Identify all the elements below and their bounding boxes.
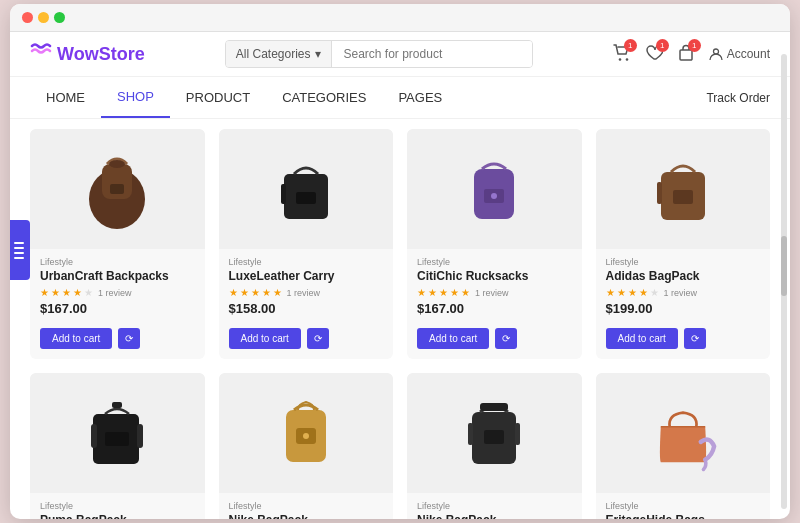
star-2: ★ [51,287,60,298]
bag-button[interactable]: 1 [677,44,695,65]
product-name: LuxeLeather Carry [229,269,384,283]
wishlist-badge: 1 [656,39,669,52]
dec-line [14,247,24,249]
product-image [30,373,205,493]
product-image [219,129,394,249]
product-image [219,373,394,493]
site-nav: HOME SHOP PRODUCT CATEGORIES PAGES Track… [10,77,790,119]
account-button[interactable]: Account [709,47,770,61]
compare-button[interactable]: ⟳ [684,328,706,349]
svg-point-24 [303,433,309,439]
svg-rect-29 [515,423,520,445]
product-image [407,373,582,493]
track-order-link[interactable]: Track Order [706,91,770,105]
nav-categories[interactable]: CATEGORIES [266,78,382,117]
product-info: Lifestyle CitiChic Rucksacks ★ ★ ★ ★ ★ 1… [407,249,582,328]
browser-window: WowStore All Categories ▾ 1 [10,4,790,519]
svg-rect-6 [110,184,124,194]
add-to-cart-button[interactable]: Add to cart [417,328,489,349]
wishlist-button[interactable]: 1 [645,44,663,65]
product-card: Lifestyle LuxeLeather Carry ★ ★ ★ ★ ★ 1 … [219,129,394,359]
star-rating: ★ ★ ★ ★ ★ 1 review [229,287,384,298]
product-image [30,129,205,249]
product-info: Lifestyle Adidas BagPack ★ ★ ★ ★ ★ 1 rev… [596,249,771,328]
dec-line [14,257,24,259]
product-image [596,373,771,493]
product-name: Nike BagPack [417,513,572,519]
search-bar: All Categories ▾ [225,40,533,68]
product-image [596,129,771,249]
product-name: UrbanCraft Backpacks [40,269,195,283]
svg-rect-15 [673,190,693,204]
svg-point-3 [713,49,718,54]
dot-yellow[interactable] [38,12,49,23]
svg-rect-18 [91,424,97,448]
nav-product[interactable]: PRODUCT [170,78,266,117]
scrollbar[interactable] [781,54,787,509]
star-2: ★ [428,287,437,298]
product-info: Lifestyle EritageHide Bags ★ ★ ★ ★ ★ 1 r… [596,493,771,519]
logo-icon [30,43,52,66]
product-name: CitiChic Rucksacks [417,269,572,283]
star-4: ★ [262,287,271,298]
nav-pages[interactable]: PAGES [382,78,458,117]
product-category: Lifestyle [229,257,384,267]
svg-rect-28 [468,423,473,445]
bag-badge: 1 [688,39,701,52]
product-actions: Add to cart ⟳ [596,328,771,349]
product-price: $167.00 [40,301,195,316]
compare-button[interactable]: ⟳ [495,328,517,349]
svg-rect-19 [137,424,143,448]
star-5: ★ [461,287,470,298]
product-price: $158.00 [229,301,384,316]
star-3: ★ [628,287,637,298]
search-category-dropdown[interactable]: All Categories ▾ [226,41,332,67]
star-4: ★ [73,287,82,298]
svg-rect-2 [680,50,692,60]
browser-dots [22,12,65,23]
product-image [407,129,582,249]
header-icons: 1 1 1 Account [613,44,770,65]
compare-button[interactable]: ⟳ [307,328,329,349]
cart-button[interactable]: 1 [613,44,631,65]
cart-badge: 1 [624,39,637,52]
star-rating: ★ ★ ★ ★ ★ 1 review [40,287,195,298]
product-name: Nike BagPack [229,513,384,519]
nav-shop[interactable]: SHOP [101,77,170,118]
add-to-cart-button[interactable]: Add to cart [606,328,678,349]
dot-green[interactable] [54,12,65,23]
svg-rect-16 [657,182,662,204]
left-decoration [10,220,30,280]
product-category: Lifestyle [40,501,195,511]
product-category: Lifestyle [417,501,572,511]
product-name: Puma BagPack [40,513,195,519]
product-price: $199.00 [606,301,761,316]
product-category: Lifestyle [229,501,384,511]
logo: WowStore [30,43,145,66]
svg-rect-9 [296,192,316,204]
svg-rect-10 [281,184,286,204]
svg-point-13 [491,193,497,199]
scrollbar-thumb[interactable] [781,236,787,296]
star-3: ★ [62,287,71,298]
main-content: Lifestyle UrbanCraft Backpacks ★ ★ ★ ★ ★… [10,119,790,519]
search-input[interactable] [332,41,532,67]
svg-rect-26 [480,403,508,411]
add-to-cart-button[interactable]: Add to cart [40,328,112,349]
product-category: Lifestyle [40,257,195,267]
product-category: Lifestyle [417,257,572,267]
star-rating: ★ ★ ★ ★ ★ 1 review [606,287,761,298]
product-card: Lifestyle CitiChic Rucksacks ★ ★ ★ ★ ★ 1… [407,129,582,359]
add-to-cart-button[interactable]: Add to cart [229,328,301,349]
product-category: Lifestyle [606,501,761,511]
product-actions: Add to cart ⟳ [30,328,205,349]
svg-rect-27 [484,430,504,444]
compare-button[interactable]: ⟳ [118,328,140,349]
logo-text: WowStore [57,44,145,65]
star-rating: ★ ★ ★ ★ ★ 1 review [417,287,572,298]
product-info: Lifestyle Nike BagPack ★ ★ ★ ★ ★ 1 revie… [407,493,582,519]
star-4: ★ [639,287,648,298]
nav-home[interactable]: HOME [30,78,101,117]
star-1: ★ [229,287,238,298]
dot-red[interactable] [22,12,33,23]
